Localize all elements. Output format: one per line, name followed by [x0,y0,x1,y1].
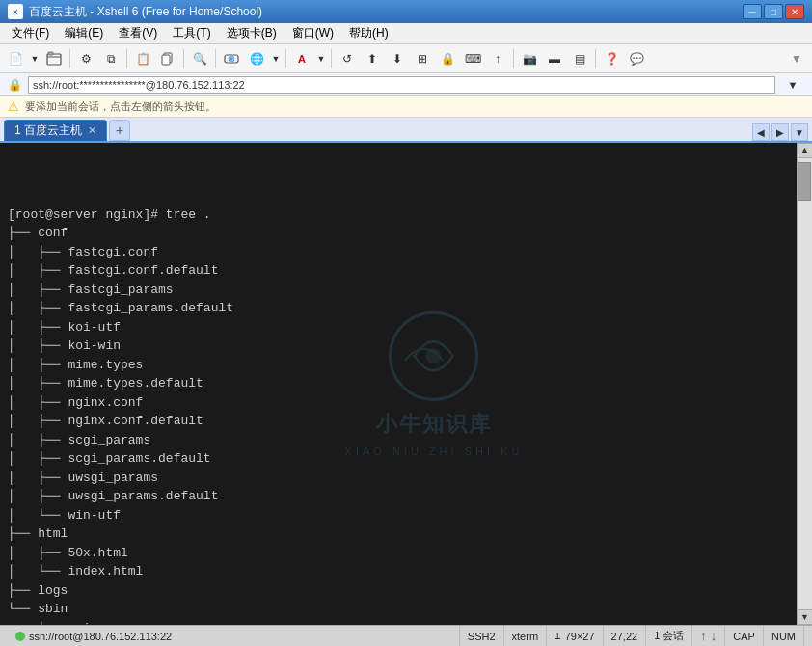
status-bar: ssh://root@180.76.152.113:22 SSH2 xterm … [0,625,812,646]
status-protocol: SSH2 [460,626,504,646]
toolbar-sep-8 [595,49,596,68]
tab-prev-button[interactable]: ◀ [752,123,770,141]
menu-edit[interactable]: 编辑(E) [57,23,111,43]
lock-btn[interactable]: 🔒 [436,47,459,70]
globe-dropdown-arrow[interactable]: ▼ [270,47,282,70]
terminal-scrollbar: ▲ ▼ [797,143,812,625]
title-bar-left: X 百度云主机 - Xshell 6 (Free for Home/School… [8,4,262,20]
svg-rect-1 [48,52,53,55]
globe-button[interactable]: 🌐 [245,47,268,70]
copy-button[interactable]: ⧉ [99,47,122,70]
status-sessions: 1 会话 [646,626,692,646]
properties-button[interactable]: ⚙ [74,47,97,70]
title-bar: X 百度云主机 - Xshell 6 (Free for Home/School… [0,0,812,23]
status-encoding-text: xterm [512,631,539,642]
globe-dropdown[interactable]: ▼ [270,47,282,70]
terminal-line: ├── logs [8,581,789,601]
refresh-button[interactable]: ↺ [336,47,359,70]
toolbar-sep-5 [285,49,286,68]
status-sessions-text: 1 会话 [654,629,684,643]
terminal-line: │ ├── koi-utf [8,318,789,337]
status-connection: ssh://root@180.76.152.113:22 [8,626,460,646]
font-dropdown-arrow[interactable]: ▼ [315,47,327,70]
scrollbar-thumb[interactable] [798,162,811,201]
download-button[interactable]: ⬇ [386,47,409,70]
find-button[interactable]: 🔍 [188,47,211,70]
toolbar-sep-6 [331,49,332,68]
keyboard-button[interactable]: ⌨ [461,47,484,70]
status-position-text: 27,22 [611,631,638,642]
lock-icon: 🔒 [8,78,22,92]
terminal-line: │ ├── uwsgi_params [8,469,789,488]
scrollbar-down-button[interactable]: ▼ [798,609,813,625]
tab-next-button[interactable]: ▶ [771,123,789,141]
toolbar-end-button[interactable]: ▼ [785,47,808,70]
terminal-line: │ ├── nginx.conf [8,393,789,413]
status-size: ⌶ 79×27 [547,626,604,646]
new-dropdown[interactable]: ▼ [29,47,41,70]
menu-window[interactable]: 窗口(W) [284,23,341,43]
up-arrow-icon[interactable]: ↑ [700,629,707,643]
address-input[interactable] [28,76,775,94]
terminal-line: └── nginx [8,619,789,626]
upload-button[interactable]: ⬆ [361,47,384,70]
menu-view[interactable]: 查看(V) [111,23,165,43]
tab-baidu-host[interactable]: 1 百度云主机 ✕ [4,120,107,141]
terminal-line: │ ├── koi-win [8,336,789,356]
help-button[interactable]: ❓ [600,47,623,70]
tab-menu-button[interactable]: ▼ [791,123,808,141]
status-size-value: 79×27 [565,631,595,642]
status-cap-text: CAP [733,631,755,642]
terminal-line: │ └── win-utf [8,506,789,525]
new-session-button[interactable]: 📄 [4,47,27,70]
close-button[interactable]: ✕ [785,4,804,19]
status-size-text: ⌶ [555,630,561,642]
share-button[interactable]: ↑ [486,47,509,70]
maximize-button[interactable]: □ [764,4,783,19]
terminal-line: │ ├── mime.types [8,356,789,375]
status-cap: CAP [725,626,764,646]
paste-icon [161,52,175,66]
toolbar: 📄 ▼ ⚙ ⧉ 📋 🔍 🌐 ▼ A ▼ ↺ ⬆ ⬇ [0,44,812,73]
terminal-wrapper: 小牛知识库 XIAO NIU ZHI SHI KU [root@server n… [0,143,812,625]
paste-button[interactable] [156,47,179,70]
log2-button[interactable]: ▤ [568,47,591,70]
menu-help[interactable]: 帮助(H) [341,23,396,43]
title-bar-buttons: ─ □ ✕ [743,4,804,19]
info-bar-message: 要添加当前会话，点击左侧的箭头按钮。 [25,99,216,114]
terminal-line: │ ├── fastcgi_params.default [8,299,789,318]
toolbar-sep-1 [69,49,70,68]
new-dropdown-arrow[interactable]: ▼ [29,47,41,70]
terminal-line: │ ├── fastcgi.conf.default [8,261,789,281]
terminal-line: │ └── index.html [8,562,789,581]
copy2-button[interactable]: 📋 [131,47,154,70]
tab-add-button[interactable]: + [109,120,130,141]
resize-button[interactable]: ⊞ [411,47,434,70]
font-dropdown[interactable]: ▼ [315,47,327,70]
warning-icon: ⚠ [8,99,19,114]
toolbar-sep-7 [513,49,514,68]
connect-icon [224,51,239,67]
terminal[interactable]: 小牛知识库 XIAO NIU ZHI SHI KU [root@server n… [0,143,797,625]
menu-tabs[interactable]: 选项卡(B) [219,23,284,43]
terminal-line: │ ├── scgi_params [8,431,789,450]
terminal-line: │ ├── fastcgi.conf [8,243,789,262]
scrollbar-track[interactable] [798,158,812,609]
connect-button[interactable] [220,47,243,70]
screenshot-button[interactable]: 📷 [518,47,541,70]
terminal-line: └── sbin [8,600,789,619]
connection-status-icon [15,632,25,641]
tab-close-button[interactable]: ✕ [88,124,96,137]
font-button[interactable]: A [290,47,313,70]
minimize-button[interactable]: ─ [743,4,762,19]
open-button[interactable] [42,47,66,70]
menu-tools[interactable]: 工具(T) [165,23,218,43]
chat-button[interactable]: 💬 [625,47,648,70]
menu-file[interactable]: 文件(F) [4,23,57,43]
svg-point-5 [230,57,233,61]
address-go-button[interactable]: ▼ [781,73,804,96]
scrollbar-up-button[interactable]: ▲ [798,143,813,158]
tab-label: 1 百度云主机 [14,122,82,139]
log-button[interactable]: ▬ [543,47,566,70]
down-arrow-icon[interactable]: ↓ [711,629,717,643]
